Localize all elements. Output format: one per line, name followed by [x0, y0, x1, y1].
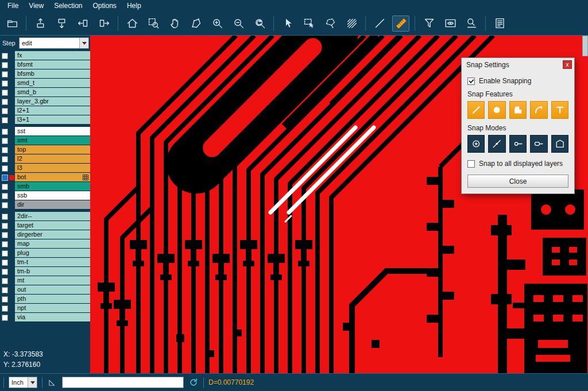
close-icon[interactable]: x: [563, 60, 572, 69]
layer-checkbox-l2[interactable]: [2, 156, 8, 162]
layer-checkbox-target[interactable]: [2, 223, 8, 229]
toolbar-button-arrow-up-box[interactable]: [32, 16, 49, 32]
layer-row-target[interactable]: target: [0, 221, 90, 230]
toolbar-button-select-pointer[interactable]: [279, 16, 296, 32]
layer-checkbox-bfsmb[interactable]: [2, 71, 8, 78]
layer-checkbox-smd_t[interactable]: [2, 80, 8, 87]
toolbar-button-report-list[interactable]: [491, 16, 508, 32]
layer-checkbox-tm-t[interactable]: [2, 260, 8, 266]
measure-input[interactable]: [62, 377, 184, 388]
dialog-titlebar[interactable]: Snap Settings x: [462, 58, 574, 72]
layer-row-bfsmb[interactable]: bfsmb: [0, 69, 90, 79]
layer-checkbox-top[interactable]: [2, 147, 8, 153]
layer-row-plug[interactable]: plug: [0, 249, 90, 258]
layer-checkbox-smb[interactable]: [2, 184, 8, 190]
snap-mode-snap-outline[interactable]: [551, 135, 568, 153]
layer-row-npt[interactable]: npt: [0, 304, 90, 313]
toolbar-button-measure-ruler[interactable]: [392, 16, 409, 32]
layer-checkbox-out[interactable]: [2, 287, 8, 293]
layer-row-2dir--[interactable]: 2dir--: [0, 212, 90, 221]
layer-row-tm-t[interactable]: tm-t: [0, 258, 90, 267]
layer-row-l3+1[interactable]: l3+1: [0, 115, 90, 125]
snap-feature-snap-text[interactable]: [551, 101, 568, 119]
layer-row-dir[interactable]: dir: [0, 200, 90, 210]
enable-snapping-checkbox[interactable]: [467, 78, 475, 85]
layer-checkbox-l2+1[interactable]: [2, 108, 8, 114]
layer-checkbox-bfsmt[interactable]: [2, 62, 8, 68]
layer-checkbox-npt[interactable]: [2, 305, 8, 312]
layer-checkbox-plug[interactable]: [2, 250, 8, 257]
layer-checkbox-2dir--[interactable]: [2, 214, 8, 220]
toolbar-button-select-hatch[interactable]: [343, 16, 360, 32]
close-button[interactable]: Close: [467, 175, 568, 188]
layer-row-via[interactable]: via: [0, 313, 90, 322]
layer-row-dirgerber[interactable]: dirgerber: [0, 230, 90, 239]
scrollbar-thumb[interactable]: [582, 36, 588, 56]
layer-row-bfsmt[interactable]: bfsmt: [0, 60, 90, 69]
layer-checkbox-bot[interactable]: [2, 175, 8, 181]
layer-checkbox-smt[interactable]: [2, 138, 8, 144]
menu-view[interactable]: View: [24, 1, 49, 11]
toolbar-button-zoom-out[interactable]: [230, 16, 247, 32]
layer-checkbox-layer_3.gbr[interactable]: [2, 99, 8, 105]
layer-checkbox-sst[interactable]: [2, 129, 8, 135]
layer-row-out[interactable]: out: [0, 285, 90, 295]
menu-file[interactable]: File: [2, 1, 24, 11]
step-select[interactable]: edit: [19, 37, 89, 49]
toolbar-button-view-eye[interactable]: [442, 16, 459, 32]
layer-row-tm-b[interactable]: tm-b: [0, 267, 90, 276]
toolbar-button-select-window[interactable]: [300, 16, 318, 32]
toolbar-button-draw-polygon[interactable]: [187, 16, 204, 32]
snap-feature-snap-arc[interactable]: [530, 101, 547, 119]
refresh-icon[interactable]: [188, 377, 199, 388]
layer-checkbox-pth[interactable]: [2, 296, 8, 303]
layer-checkbox-fx[interactable]: [2, 53, 8, 59]
menu-selection[interactable]: Selection: [49, 1, 87, 11]
snap-feature-snap-line[interactable]: [467, 101, 485, 119]
layer-row-smb[interactable]: smb: [0, 182, 90, 191]
layer-checkbox-map[interactable]: [2, 241, 8, 247]
toolbar-button-zoom-in[interactable]: [208, 16, 226, 32]
angle-icon[interactable]: [47, 377, 57, 388]
toolbar-button-home[interactable]: [123, 16, 141, 32]
chevron-down-icon[interactable]: [79, 38, 88, 48]
layer-checkbox-l3+1[interactable]: [2, 117, 8, 123]
snap-feature-snap-pad[interactable]: [488, 101, 505, 119]
toolbar-button-arrow-right-box[interactable]: [95, 16, 113, 32]
layer-row-fx[interactable]: fx: [0, 51, 90, 60]
toolbar-button-pan-hand[interactable]: [166, 16, 183, 32]
layer-checkbox-tm-b[interactable]: [2, 269, 8, 275]
unit-select[interactable]: Inch: [9, 377, 37, 388]
layer-row-sst[interactable]: sst: [0, 127, 90, 136]
layer-row-ssb[interactable]: ssb: [0, 191, 90, 200]
layer-row-bot[interactable]: bot: [0, 173, 90, 182]
layer-checkbox-mt[interactable]: [2, 278, 8, 284]
layer-row-pth[interactable]: pth: [0, 295, 90, 304]
toolbar-button-arrow-down-box[interactable]: [53, 16, 70, 32]
layer-checkbox-smd_b[interactable]: [2, 90, 8, 96]
menu-options[interactable]: Options: [88, 1, 122, 11]
layer-checkbox-l3[interactable]: [2, 165, 8, 172]
layer-row-top[interactable]: top: [0, 145, 90, 154]
all-layers-checkbox[interactable]: [467, 160, 475, 168]
toolbar-button-line-tool[interactable]: [371, 16, 388, 32]
snap-mode-snap-center[interactable]: [467, 135, 485, 153]
chevron-down-icon[interactable]: [28, 377, 37, 388]
snap-mode-snap-key[interactable]: [530, 135, 547, 153]
toolbar-button-select-lasso[interactable]: [322, 16, 339, 32]
layer-checkbox-dirgerber[interactable]: [2, 232, 8, 238]
layer-row-l2+1[interactable]: l2+1: [0, 106, 90, 115]
layer-row-mt[interactable]: mt: [0, 276, 90, 285]
layer-checkbox-dir[interactable]: [2, 202, 8, 208]
toolbar-button-open-folder[interactable]: [3, 16, 21, 32]
layer-row-map[interactable]: map: [0, 239, 90, 249]
toolbar-button-filter-funnel[interactable]: [420, 16, 438, 32]
grid-icon[interactable]: [83, 175, 88, 180]
layer-row-smt[interactable]: smt: [0, 136, 90, 145]
toolbar-button-zoom-reset[interactable]: [251, 16, 268, 32]
menu-help[interactable]: Help: [122, 1, 146, 11]
layer-row-l3[interactable]: l3: [0, 164, 90, 173]
toolbar-button-zoom-window[interactable]: [145, 16, 162, 32]
toolbar-button-find-in[interactable]: [463, 16, 480, 32]
snap-mode-snap-slot[interactable]: [509, 135, 527, 153]
